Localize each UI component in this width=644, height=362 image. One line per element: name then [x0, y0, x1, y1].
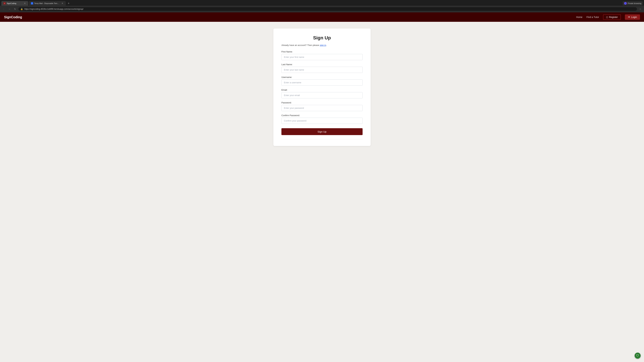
tab-bar: S SignCoding ✕ T Temp Mail - Disposable … — [0, 0, 644, 6]
url-display: https://signcoding-d529cc1ebf99.herokuap… — [24, 8, 635, 10]
signup-title: Sign Up — [282, 35, 362, 40]
username-input[interactable] — [282, 79, 362, 86]
login-label: Login — [631, 16, 637, 18]
shield-icon: 🛡 — [636, 354, 639, 358]
nav-links: Home Find a Tutor ◻ Register ⮕ Login — [576, 14, 640, 20]
confirm-password-group: Confirm Password: — [282, 114, 362, 124]
signup-card: Sign Up Already have an account? Then pl… — [273, 28, 371, 146]
reload-button[interactable]: ↻ — [13, 7, 18, 11]
first-name-group: First Name: — [282, 50, 362, 60]
address-bar-row: ← → ↻ 🔒 https://signcoding-d529cc1ebf99.… — [0, 6, 644, 12]
tab-tempmail-close[interactable]: ✕ — [61, 2, 64, 5]
private-browsing-label: Private browsing — [628, 2, 641, 4]
forward-button[interactable]: → — [7, 7, 12, 11]
username-label: Username: — [282, 76, 362, 78]
find-tutor-link[interactable]: Find a Tutor — [586, 16, 599, 18]
username-group: Username: — [282, 76, 362, 86]
already-account-text: Already have an account? Then please sig… — [282, 44, 362, 46]
home-link[interactable]: Home — [576, 16, 582, 18]
tab-tempmail[interactable]: T Temp Mail - Disposable Tempo... ✕ — [29, 1, 66, 6]
first-name-label: First Name: — [282, 50, 362, 53]
tempmail-favicon: T — [31, 2, 33, 4]
login-icon: ⮕ — [628, 16, 630, 18]
page-content: Sign Up Already have an account? Then pl… — [0, 22, 644, 156]
password-group: Password: — [282, 101, 362, 111]
tab-signcoding-close[interactable]: ✕ — [24, 2, 26, 5]
confirm-password-input[interactable] — [282, 118, 362, 124]
password-input[interactable] — [282, 105, 362, 111]
register-label: Register — [609, 16, 618, 18]
tab-signcoding[interactable]: S SignCoding ✕ — [1, 1, 28, 6]
signcoding-favicon: S — [3, 2, 6, 4]
password-label: Password: — [282, 101, 362, 104]
sign-in-link[interactable]: sign in — [320, 44, 326, 46]
already-account-prefix: Already have an account? Then please — [282, 44, 320, 46]
shield-badge[interactable]: 🛡 — [634, 353, 641, 359]
email-group: Email: — [282, 89, 362, 98]
login-button[interactable]: ⮕ Login — [625, 14, 640, 20]
back-icon: ← — [2, 8, 5, 10]
bookmark-button[interactable]: ☆ — [638, 7, 643, 11]
browser-chrome: S SignCoding ✕ T Temp Mail - Disposable … — [0, 0, 644, 12]
app-logo[interactable]: SignCoding — [4, 15, 22, 19]
first-name-input[interactable] — [282, 54, 362, 60]
reload-icon: ↻ — [14, 8, 16, 10]
last-name-input[interactable] — [282, 67, 362, 73]
address-bar[interactable]: 🔒 https://signcoding-d529cc1ebf99.heroku… — [18, 7, 637, 11]
tab-tempmail-title: Temp Mail - Disposable Tempo... — [34, 2, 60, 4]
last-name-group: Last Name: — [282, 63, 362, 73]
bookmark-icon: ☆ — [639, 8, 642, 10]
confirm-password-label: Confirm Password: — [282, 114, 362, 117]
signup-button[interactable]: Sign Up — [282, 128, 362, 135]
register-icon: ◻ — [606, 16, 608, 18]
register-button[interactable]: ◻ Register — [603, 14, 621, 20]
forward-icon: → — [8, 8, 10, 10]
new-tab-button[interactable]: + — [66, 1, 71, 5]
private-browsing-indicator: 👤 Private browsing — [623, 1, 643, 5]
sign-in-period: . — [326, 44, 327, 46]
email-label: Email: — [282, 89, 362, 91]
security-icon: 🔒 — [20, 8, 23, 10]
tab-signcoding-title: SignCoding — [7, 2, 22, 4]
email-input[interactable] — [282, 92, 362, 98]
app-navbar: SignCoding Home Find a Tutor ◻ Register … — [0, 12, 644, 22]
last-name-label: Last Name: — [282, 63, 362, 66]
back-button[interactable]: ← — [1, 7, 6, 11]
private-icon: 👤 — [624, 2, 627, 5]
signup-form: First Name: Last Name: Username: Email: … — [282, 50, 362, 139]
